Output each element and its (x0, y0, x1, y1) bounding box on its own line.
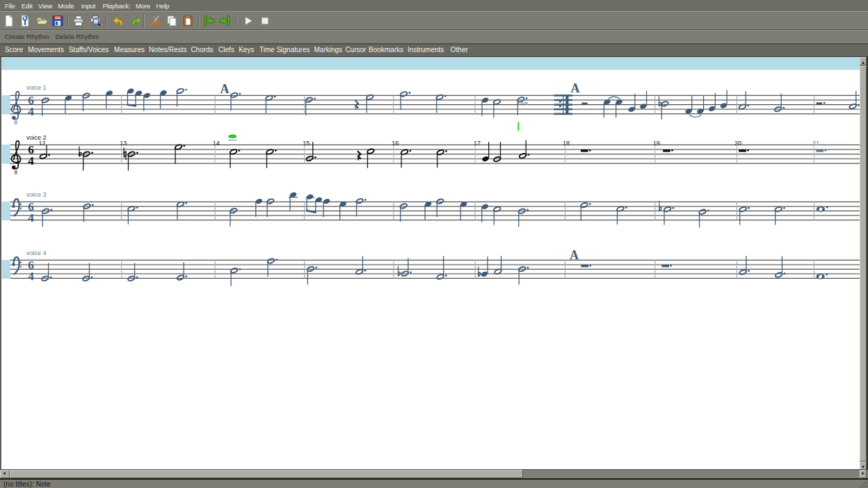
svg-text:13: 13 (120, 140, 127, 147)
svg-text:19: 19 (653, 140, 660, 147)
svg-text:21: 21 (812, 140, 819, 147)
svg-text:4: 4 (28, 211, 34, 225)
svg-text:20: 20 (734, 140, 741, 147)
svg-text:voice 1: voice 1 (26, 84, 47, 91)
svg-text:4: 4 (28, 105, 34, 118)
svg-text:4: 4 (28, 154, 34, 168)
svg-text:8: 8 (15, 169, 18, 176)
svg-text:12: 12 (39, 140, 46, 147)
svg-text:voice 3: voice 3 (26, 191, 47, 198)
svg-text:A: A (220, 82, 230, 96)
svg-text:A: A (571, 81, 580, 95)
svg-text:17: 17 (474, 140, 481, 147)
svg-text:18: 18 (563, 140, 570, 147)
svg-text:A: A (570, 248, 579, 262)
svg-text:16: 16 (392, 140, 399, 147)
svg-text:4: 4 (28, 270, 34, 283)
svg-text:Fine: Fine (517, 100, 529, 106)
svg-text:8: 8 (15, 119, 18, 126)
svg-text:14: 14 (213, 140, 220, 147)
svg-text:voice 4: voice 4 (26, 250, 47, 257)
svg-text:15: 15 (303, 140, 310, 147)
